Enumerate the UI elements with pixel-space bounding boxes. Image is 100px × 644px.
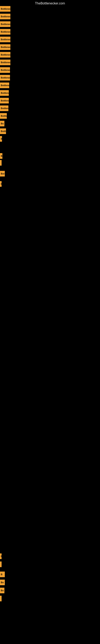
bottleneck-bar[interactable]: Bottleneck resu xyxy=(0,44,10,50)
bottleneck-bar[interactable]: Bottleneck resu xyxy=(0,37,10,42)
bottleneck-bar[interactable]: Bottleneck resu xyxy=(0,29,10,34)
bottleneck-bar[interactable]: Bo xyxy=(0,580,5,585)
bottleneck-bar[interactable] xyxy=(0,596,1,601)
bottleneck-bar[interactable]: Bottleneck resu xyxy=(0,60,10,65)
bottleneck-bar[interactable]: Bottleneck resu xyxy=(0,52,10,58)
bottleneck-bar[interactable]: Bo xyxy=(0,588,4,593)
bottleneck-bar[interactable]: B xyxy=(0,153,2,159)
bottleneck-bar[interactable]: Bottle xyxy=(0,128,6,134)
bottleneck-bar[interactable]: Bottlene xyxy=(0,113,7,119)
bottleneck-bar[interactable]: B xyxy=(0,554,1,559)
bottleneck-bar[interactable]: B xyxy=(0,181,1,187)
bottleneck-bar[interactable]: B xyxy=(0,572,5,577)
bottleneck-bar[interactable]: Bot xyxy=(0,171,5,176)
bottleneck-bar[interactable] xyxy=(0,562,1,567)
bottleneck-bar[interactable]: Bottleneck r xyxy=(0,90,9,96)
bottleneck-bar[interactable]: Bottleneck res xyxy=(0,75,10,80)
bottleneck-bar[interactable]: Bottleneck resu xyxy=(0,21,10,27)
bottleneck-bar[interactable]: Bottleneck resu xyxy=(0,6,10,12)
bottleneck-bar[interactable] xyxy=(0,160,1,166)
bottleneck-bar[interactable]: B xyxy=(0,136,2,142)
bottleneck-bar[interactable]: Bottleneck r xyxy=(0,106,8,111)
bottleneck-bar[interactable]: Bottleneck res xyxy=(0,67,10,73)
bottleneck-bar[interactable]: Bottleneck r xyxy=(0,98,9,104)
bottleneck-bar[interactable]: Bo xyxy=(0,121,4,126)
bottleneck-bar[interactable]: Bottleneck resu xyxy=(0,14,10,19)
bottleneck-bar[interactable]: Bottleneck re xyxy=(0,82,9,88)
site-title: TheBottlenecker.com xyxy=(0,0,100,7)
